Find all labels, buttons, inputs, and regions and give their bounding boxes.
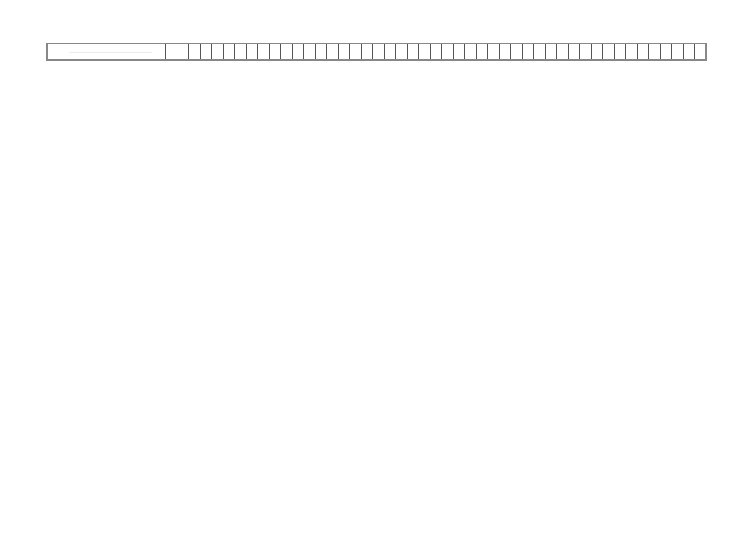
cell-narrow (339, 44, 350, 59)
cell-narrow (557, 44, 569, 59)
cell-narrow (293, 44, 304, 59)
cell-narrow (534, 44, 546, 59)
cell-narrow (154, 44, 166, 59)
cell-narrow (465, 44, 477, 59)
cell-narrow (695, 44, 707, 59)
cell-narrow (419, 44, 431, 59)
cell-narrow (408, 44, 419, 59)
cell-narrow (258, 44, 270, 59)
cell-narrow (488, 44, 500, 59)
cell-narrow (362, 44, 373, 59)
cell-narrow (431, 44, 442, 59)
cell-narrow (569, 44, 580, 59)
cell-narrow (638, 44, 649, 59)
cell-narrow (523, 44, 534, 59)
cell-narrow (672, 44, 684, 59)
cell-narrow (603, 44, 615, 59)
cell-narrow (442, 44, 454, 59)
cell-narrow (212, 44, 224, 59)
cell-narrow (661, 44, 672, 59)
cell-narrow (235, 44, 247, 59)
cell-narrow (396, 44, 408, 59)
cell-narrow (477, 44, 488, 59)
cell-narrow (177, 44, 189, 59)
cell-narrow (546, 44, 557, 59)
cell-narrow (166, 44, 177, 59)
cell-wide-divider (69, 52, 152, 53)
cell-narrow (224, 44, 235, 59)
cell-wide (67, 44, 154, 59)
cell-narrow (592, 44, 603, 59)
cell-narrow (385, 44, 396, 59)
cell-first (48, 44, 67, 59)
cell-narrow (649, 44, 661, 59)
cell-narrow (500, 44, 511, 59)
cell-narrow (373, 44, 385, 59)
cell-narrow (327, 44, 339, 59)
cell-narrow (270, 44, 281, 59)
cell-narrow (454, 44, 465, 59)
cell-narrow (511, 44, 523, 59)
cell-narrow (281, 44, 293, 59)
cell-narrow (247, 44, 258, 59)
cell-narrow (304, 44, 316, 59)
cell-narrow (615, 44, 626, 59)
cell-narrow (201, 44, 212, 59)
cell-narrow (189, 44, 201, 59)
cell-narrow (580, 44, 592, 59)
cell-narrow (684, 44, 695, 59)
cell-narrow (626, 44, 638, 59)
cell-narrow (350, 44, 362, 59)
cell-narrow (316, 44, 327, 59)
grid-row (46, 43, 707, 61)
